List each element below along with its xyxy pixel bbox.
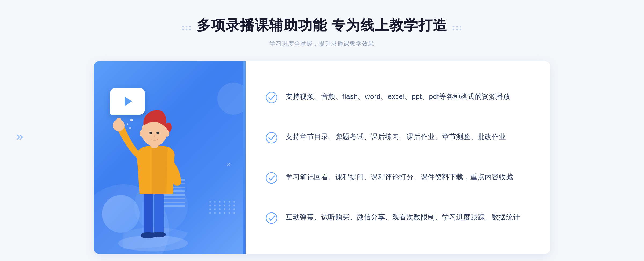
svg-point-12	[130, 119, 133, 121]
illus-dot	[219, 212, 221, 214]
illus-dot	[229, 208, 230, 210]
feature-text-2: 支持章节目录、弹题考试、课后练习、课后作业、章节测验、批改作业	[286, 131, 506, 143]
check-icon-3	[266, 172, 277, 184]
chevron-arrows: »	[226, 160, 231, 168]
illus-dot-pattern	[209, 201, 236, 214]
feature-text-3: 学习笔记回看、课程提问、课程评论打分、课件资料下载，重点内容收藏	[286, 171, 513, 183]
illus-dot	[224, 208, 225, 210]
feature-item-2: 支持章节目录、弹题考试、课后练习、课后作业、章节测验、批改作业	[266, 126, 529, 149]
svg-point-14	[129, 127, 131, 129]
illus-dot	[214, 201, 216, 203]
dot	[182, 29, 184, 30]
illus-dot	[233, 212, 235, 214]
illus-dot	[233, 201, 235, 203]
dot	[189, 26, 191, 27]
feature-item-1: 支持视频、音频、flash、word、excel、ppt、pdf等各种格式的资源…	[266, 86, 529, 109]
illustration-area: »	[94, 61, 244, 254]
illus-dot	[219, 205, 221, 206]
illus-dot	[214, 208, 216, 210]
dot	[460, 29, 461, 30]
svg-point-10	[140, 130, 144, 137]
content-card: »	[94, 61, 550, 254]
illus-dot	[209, 201, 211, 203]
svg-point-11	[165, 130, 169, 137]
illus-dot	[219, 208, 221, 210]
chevron-icon: »	[226, 160, 231, 168]
feature-text-1: 支持视频、音频、flash、word、excel、ppt、pdf等各种格式的资源…	[286, 91, 510, 102]
dot	[453, 26, 454, 27]
header-deco: 多项录播课辅助功能 专为线上教学打造	[182, 16, 462, 40]
svg-point-16	[266, 132, 277, 143]
subtitle: 学习进度全掌握，提升录播课教学效果	[182, 40, 462, 48]
dot	[186, 26, 187, 27]
accent-bar	[243, 61, 246, 254]
illus-dot	[233, 208, 235, 210]
illus-dot	[219, 201, 221, 203]
features-area: 支持视频、音频、flash、word、excel、ppt、pdf等各种格式的资源…	[244, 61, 550, 254]
header-section: 多项录播课辅助功能 专为线上教学打造 学习进度全掌握，提升录播课教学效果	[182, 16, 462, 48]
svg-point-18	[266, 213, 277, 223]
illus-dot	[229, 205, 230, 206]
svg-point-15	[266, 92, 277, 103]
arrow-left-icon: »	[16, 129, 23, 143]
check-icon-4	[266, 212, 277, 224]
illus-dot	[224, 205, 225, 206]
dot	[453, 29, 454, 30]
dot	[189, 29, 191, 30]
illus-dot	[209, 212, 211, 214]
page-container: 多项录播课辅助功能 专为线上教学打造 学习进度全掌握，提升录播课教学效果 »	[0, 0, 644, 261]
svg-point-8	[149, 132, 152, 134]
person-illustration	[102, 93, 209, 254]
main-title: 多项录播课辅助功能 专为线上教学打造	[197, 16, 447, 35]
illus-dot	[229, 201, 230, 203]
check-icon-1	[266, 92, 277, 103]
dot	[456, 26, 458, 27]
illus-dot	[224, 201, 225, 203]
svg-rect-2	[154, 192, 164, 234]
illus-circle-small	[217, 83, 244, 115]
check-icon-2	[266, 132, 277, 144]
dot	[186, 29, 187, 30]
illus-dot	[209, 205, 211, 206]
illus-dot	[214, 212, 216, 214]
svg-point-13	[127, 123, 128, 125]
svg-point-4	[152, 232, 166, 237]
illus-dot	[209, 208, 211, 210]
deco-dots-left	[182, 26, 191, 30]
svg-rect-1	[144, 192, 153, 235]
feature-item-3: 学习笔记回看、课程提问、课程评论打分、课件资料下载，重点内容收藏	[266, 166, 529, 189]
illus-dot	[224, 212, 225, 214]
feature-text-4: 互动弹幕、试听购买、微信分享、观看次数限制、学习进度跟踪、数据统计	[286, 212, 520, 223]
dot	[456, 29, 458, 30]
svg-point-9	[156, 132, 159, 134]
feature-item-4: 互动弹幕、试听购买、微信分享、观看次数限制、学习进度跟踪、数据统计	[266, 206, 529, 229]
illus-dot	[233, 205, 235, 206]
illus-dot	[229, 212, 230, 214]
svg-point-17	[266, 173, 277, 183]
deco-dots-right	[453, 26, 462, 30]
dot	[460, 26, 461, 27]
illus-dot	[214, 205, 216, 206]
dot	[182, 26, 184, 27]
